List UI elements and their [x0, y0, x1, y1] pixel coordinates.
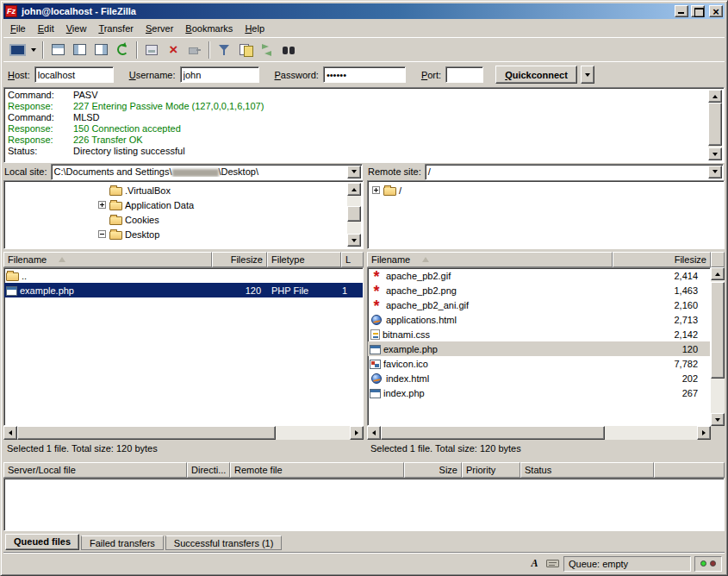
column-header-filetype[interactable]: Filetype — [267, 252, 341, 267]
transfer-type-indicator-icon[interactable] — [527, 557, 542, 571]
local-horizontal-scrollbar[interactable] — [3, 426, 364, 440]
tree-item[interactable]: / — [368, 183, 724, 197]
local-file-row[interactable]: .. — [4, 268, 363, 283]
column-header-filename[interactable]: Filename — [3, 252, 212, 267]
local-site-combobox[interactable]: C:\Documents and Settings\\Desktop\ — [51, 164, 363, 180]
cancel-button[interactable] — [163, 41, 184, 59]
scroll-left-button[interactable] — [3, 426, 17, 440]
filezilla-window: john@localhost - FileZilla File Edit Vie… — [0, 0, 728, 576]
scrollbar-track[interactable] — [347, 196, 361, 234]
menu-help[interactable]: Help — [239, 21, 271, 36]
remote-site-combobox[interactable]: / — [425, 164, 724, 180]
scroll-up-button[interactable] — [711, 267, 725, 280]
remote-file-row[interactable]: favicon.ico7,782 — [368, 356, 710, 371]
password-input[interactable] — [323, 66, 406, 83]
site-manager-dropdown[interactable] — [28, 41, 39, 59]
combo-dropdown-button[interactable] — [708, 166, 722, 178]
remote-file-row[interactable]: bitnami.css2,142 — [368, 327, 710, 341]
scrollbar-thumb[interactable] — [17, 426, 276, 440]
column-header-filename[interactable]: Filename — [367, 252, 613, 267]
tree-item[interactable]: .VirtualBox — [4, 183, 363, 197]
port-input[interactable] — [445, 66, 483, 83]
tab-failed-transfers[interactable]: Failed transfers — [81, 535, 164, 550]
expand-icon[interactable] — [372, 186, 380, 194]
disconnect-button[interactable] — [184, 41, 205, 59]
menu-edit[interactable]: Edit — [32, 21, 60, 36]
remote-file-row[interactable]: applications.html2,713 — [368, 312, 710, 327]
remote-file-row[interactable]: apache_pb2_ani.gif2,160 — [368, 297, 710, 312]
menu-view[interactable]: View — [60, 21, 93, 36]
expand-icon[interactable] — [98, 201, 106, 209]
menu-bookmarks[interactable]: Bookmarks — [179, 21, 239, 36]
host-input[interactable] — [34, 66, 114, 83]
refresh-button[interactable] — [112, 41, 133, 59]
tab-queued-files[interactable]: Queued files — [5, 534, 79, 550]
scroll-right-button[interactable] — [350, 426, 364, 440]
collapse-icon[interactable] — [98, 230, 106, 238]
quickconnect-dropdown[interactable] — [581, 66, 594, 84]
scroll-down-button[interactable] — [711, 413, 725, 426]
tree-item[interactable]: Cookies — [4, 212, 363, 227]
column-header-lastmodified[interactable]: L — [341, 252, 364, 267]
scrollbar-thumb[interactable] — [708, 103, 722, 146]
menu-transfer[interactable]: Transfer — [92, 21, 140, 36]
log-scrollbar[interactable] — [708, 90, 722, 160]
arrow-left-icon — [9, 430, 12, 435]
remote-horizontal-scrollbar[interactable] — [367, 426, 711, 440]
find-files-button[interactable] — [278, 41, 299, 59]
scroll-down-button[interactable] — [708, 147, 722, 160]
scroll-down-button[interactable] — [347, 234, 361, 247]
toggle-log-button[interactable] — [47, 41, 68, 59]
filezilla-logo-icon[interactable] — [5, 5, 17, 17]
combo-dropdown-button[interactable] — [347, 166, 361, 178]
scroll-up-button[interactable] — [708, 90, 722, 103]
transfer-queue-list[interactable] — [3, 478, 725, 531]
compare-button[interactable] — [235, 41, 256, 59]
toggle-remote-tree-button[interactable] — [90, 41, 111, 59]
remote-file-row-selected[interactable]: example.php120 — [368, 341, 710, 356]
remote-vertical-scrollbar[interactable] — [711, 267, 725, 426]
menu-file[interactable]: File — [4, 21, 32, 36]
queue-column-remote-file[interactable]: Remote file — [230, 462, 404, 478]
scrollbar-thumb[interactable] — [381, 426, 605, 440]
quickconnect-button[interactable]: Quickconnect — [495, 66, 577, 84]
tree-item[interactable]: Desktop — [4, 227, 363, 241]
tab-successful-transfers[interactable]: Successful transfers (1) — [165, 535, 283, 550]
column-header-filesize[interactable]: Filesize — [613, 252, 711, 267]
scroll-up-button[interactable] — [347, 183, 361, 196]
scrollbar-thumb[interactable] — [347, 206, 361, 222]
local-tree-scrollbar[interactable] — [347, 183, 361, 247]
dropdown-arrow-icon — [31, 48, 36, 52]
remote-file-row[interactable]: index.php267 — [368, 385, 710, 400]
toggle-local-tree-button[interactable] — [69, 41, 90, 59]
maximize-button[interactable] — [691, 5, 705, 17]
column-header-filesize[interactable]: Filesize — [212, 252, 267, 267]
scrollbar-track[interactable] — [17, 426, 350, 440]
remote-file-list: apache_pb2.gif2,414 apache_pb2.png1,463 … — [367, 267, 711, 426]
tree-item[interactable]: Application Data — [4, 197, 363, 212]
scrollbar-track[interactable] — [708, 103, 722, 147]
remote-file-row[interactable]: index.html202 — [368, 371, 710, 385]
username-input[interactable] — [180, 66, 259, 83]
local-file-row-selected[interactable]: example.php 120 PHP File 1 — [4, 283, 363, 297]
queue-column-direction[interactable]: Directi... — [187, 462, 230, 478]
filter-button[interactable] — [214, 41, 234, 59]
scroll-left-button[interactable] — [367, 426, 381, 440]
remote-file-row[interactable]: apache_pb2.png1,463 — [368, 283, 710, 297]
toggle-queue-button[interactable] — [141, 41, 162, 59]
queue-column-status[interactable]: Status — [520, 462, 654, 478]
minimize-button[interactable] — [675, 5, 688, 17]
menu-server[interactable]: Server — [140, 21, 179, 36]
site-manager-button[interactable] — [6, 41, 27, 59]
remote-file-row[interactable]: apache_pb2.gif2,414 — [368, 268, 710, 283]
queue-column-local-file[interactable]: Server/Local file — [3, 462, 187, 478]
encryption-indicator-icon[interactable] — [545, 557, 560, 571]
close-button[interactable] — [709, 5, 723, 17]
scrollbar-track[interactable] — [711, 280, 725, 413]
scrollbar-track[interactable] — [381, 426, 697, 440]
scroll-right-button[interactable] — [697, 426, 711, 440]
queue-column-size[interactable]: Size — [404, 462, 462, 478]
sync-browsing-button[interactable] — [257, 41, 277, 59]
queue-column-priority[interactable]: Priority — [462, 462, 520, 478]
scrollbar-thumb[interactable] — [711, 282, 725, 379]
